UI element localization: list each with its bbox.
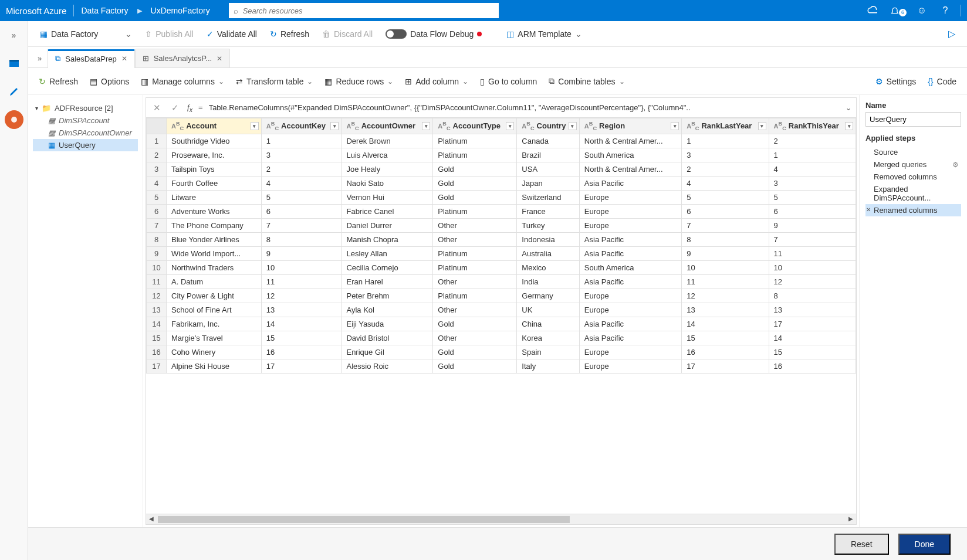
row-number[interactable]: 14	[147, 317, 167, 331]
transform-table-dropdown[interactable]: ⇄Transform table	[236, 77, 313, 86]
horizontal-scrollbar[interactable]: ◀ ▶	[146, 514, 856, 524]
cell[interactable]: China	[517, 317, 580, 331]
cell[interactable]: Gold	[433, 345, 517, 359]
cell[interactable]: 15	[769, 345, 856, 359]
cell[interactable]: Other	[433, 274, 517, 289]
table-row[interactable]: 4Fourth Coffee4Naoki SatoGoldJapanAsia P…	[147, 176, 856, 190]
cell[interactable]: 5	[261, 190, 342, 204]
cell[interactable]: 1	[682, 134, 769, 148]
filter-icon[interactable]: ▾	[569, 122, 577, 130]
cell[interactable]: Litware	[167, 190, 262, 204]
column-header[interactable]: ABCAccountKey▾	[261, 118, 342, 134]
notifications-icon[interactable]: 6	[890, 6, 907, 15]
cell[interactable]: Europe	[579, 289, 681, 303]
cell[interactable]: France	[517, 204, 580, 218]
cell[interactable]: 16	[769, 359, 856, 373]
cell[interactable]: Eran Harel	[342, 274, 433, 289]
cell[interactable]: 15	[682, 331, 769, 345]
cloud-shell-icon[interactable]	[867, 5, 883, 16]
scroll-thumb[interactable]	[158, 516, 570, 523]
column-header[interactable]: ABCAccountOwner▾	[342, 118, 433, 134]
author-icon[interactable]	[5, 82, 23, 101]
applied-step[interactable]: Expanded DimSPAccount...	[865, 183, 961, 204]
cell[interactable]: Platinum	[433, 246, 517, 260]
cell[interactable]: Indonesia	[517, 232, 580, 246]
tab-salesdataprep[interactable]: ⧉ SalesDataPrep ✕	[48, 49, 134, 68]
scroll-right-icon[interactable]: ▶	[847, 515, 855, 524]
cell[interactable]: Italy	[517, 359, 580, 373]
cell[interactable]: 12	[261, 289, 342, 303]
column-header[interactable]: ABCRankThisYear▾	[769, 118, 856, 134]
gear-icon[interactable]: ⚙	[952, 161, 959, 169]
cell[interactable]: Alpine Ski House	[167, 359, 262, 373]
cell[interactable]: Eiji Yasuda	[342, 317, 433, 331]
cell[interactable]: Wide World Import...	[167, 246, 262, 260]
applied-step[interactable]: Source	[865, 146, 961, 158]
cell[interactable]: 4	[261, 176, 342, 190]
tab-salesanalytics[interactable]: ⊞ SalesAnalytcsP... ✕	[135, 49, 230, 67]
table-row[interactable]: 8Blue Yonder Airlines8Manish ChopraOther…	[147, 232, 856, 246]
cell[interactable]: Fabrikam, Inc.	[167, 317, 262, 331]
cell[interactable]: 3	[261, 148, 342, 162]
cell[interactable]: 1	[769, 148, 856, 162]
cell[interactable]: Northwind Traders	[167, 260, 262, 274]
cell[interactable]: 9	[261, 246, 342, 260]
cell[interactable]: Gold	[433, 317, 517, 331]
applied-step[interactable]: Merged queries⚙	[865, 158, 961, 171]
column-header[interactable]: ABCAccount▾	[167, 118, 262, 134]
cell[interactable]: 4	[682, 176, 769, 190]
debug-run-button[interactable]: ▷	[948, 28, 955, 39]
row-number[interactable]: 1	[147, 134, 167, 148]
cell[interactable]: Other	[433, 232, 517, 246]
breadcrumb-root[interactable]: Data Factory	[81, 6, 128, 15]
cell[interactable]: 8	[682, 232, 769, 246]
cell[interactable]: 14	[682, 317, 769, 331]
filter-icon[interactable]: ▾	[845, 122, 853, 130]
cell[interactable]: 10	[682, 260, 769, 274]
cell[interactable]: School of Fine Art	[167, 303, 262, 317]
cell[interactable]: Canada	[517, 134, 580, 148]
row-number[interactable]: 17	[147, 359, 167, 373]
row-number[interactable]: 12	[147, 289, 167, 303]
table-row[interactable]: 6Adventure Works6Fabrice CanelPlatinumFr…	[147, 204, 856, 218]
formula-bar[interactable]: ✕ ✓ fx = Table.RenameColumns(#"Expanded …	[146, 98, 856, 118]
cell[interactable]: 12	[682, 289, 769, 303]
cell[interactable]: 7	[261, 218, 342, 232]
cell[interactable]: Lesley Allan	[342, 246, 433, 260]
data-grid[interactable]: ABCAccount▾ABCAccountKey▾ABCAccountOwner…	[146, 118, 856, 374]
cell[interactable]: 4	[769, 162, 856, 176]
cell[interactable]: 2	[261, 162, 342, 176]
table-row[interactable]: 10Northwind Traders10Cecilia CornejoPlat…	[147, 260, 856, 274]
table-row[interactable]: 3Tailspin Toys2Joe HealyGoldUSANorth & C…	[147, 162, 856, 176]
cell[interactable]: Asia Pacific	[579, 331, 681, 345]
query-name-input[interactable]	[865, 112, 961, 127]
arm-template-dropdown[interactable]: ◫ ARM Template ⌄	[506, 29, 582, 39]
cell[interactable]: Spain	[517, 345, 580, 359]
go-to-column-button[interactable]: ▯Go to column	[480, 77, 537, 86]
cell[interactable]: India	[517, 274, 580, 289]
cell[interactable]: Platinum	[433, 204, 517, 218]
cell[interactable]: Vernon Hui	[342, 190, 433, 204]
cell[interactable]: Platinum	[433, 148, 517, 162]
column-header[interactable]: ABCRankLastYear▾	[682, 118, 769, 134]
cell[interactable]: A. Datum	[167, 274, 262, 289]
tree-item-userquery[interactable]: ▦ UserQuery	[33, 139, 138, 151]
column-header[interactable]: ABCRegion▾	[579, 118, 681, 134]
cell[interactable]: Proseware, Inc.	[167, 148, 262, 162]
filter-icon[interactable]: ▾	[330, 122, 339, 130]
cell[interactable]: South America	[579, 260, 681, 274]
table-row[interactable]: 9Wide World Import...9Lesley AllanPlatin…	[147, 246, 856, 260]
monitor-icon[interactable]	[5, 110, 23, 129]
cell[interactable]: Southridge Video	[167, 134, 262, 148]
filter-icon[interactable]: ▾	[506, 122, 514, 130]
expand-formula-icon[interactable]: ⌄	[846, 104, 851, 112]
cell[interactable]: Mexico	[517, 260, 580, 274]
cell[interactable]: Korea	[517, 331, 580, 345]
cell[interactable]: Coho Winery	[167, 345, 262, 359]
cell[interactable]: Enrique Gil	[342, 345, 433, 359]
cell[interactable]: Daniel Durrer	[342, 218, 433, 232]
row-number[interactable]: 16	[147, 345, 167, 359]
cell[interactable]: 9	[769, 218, 856, 232]
filter-icon[interactable]: ▾	[422, 122, 430, 130]
cell[interactable]: 11	[682, 274, 769, 289]
